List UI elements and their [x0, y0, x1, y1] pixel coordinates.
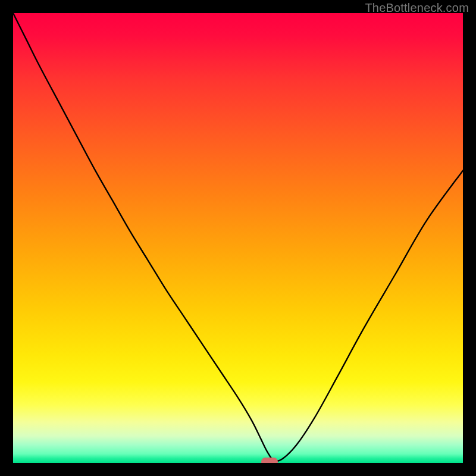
plot-area: [13, 13, 463, 463]
bottleneck-curve: [13, 13, 463, 463]
chart-frame: TheBottleneck.com: [0, 0, 476, 476]
optimal-point-marker: [261, 458, 278, 463]
